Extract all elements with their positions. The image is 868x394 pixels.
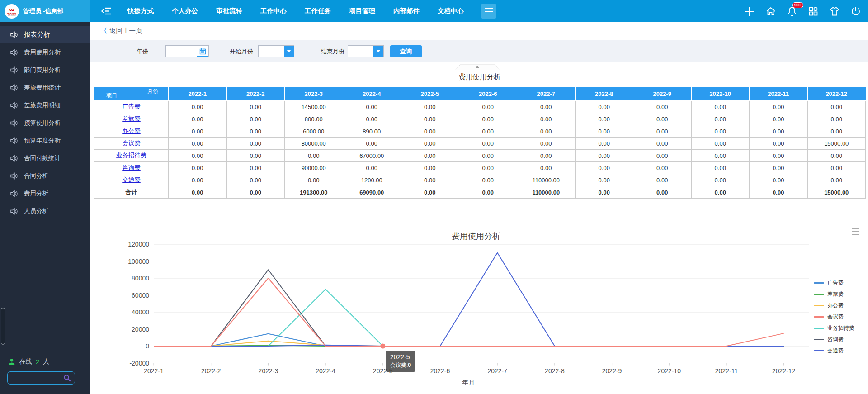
legend-swatch (814, 350, 824, 351)
online-label: 在线 (19, 357, 32, 366)
sidebar-item-报表分析[interactable]: 报表分析 (0, 26, 90, 43)
sidebar-item-费用使用分析[interactable]: 费用使用分析 (0, 43, 90, 61)
x-tick-label: 2022-12 (772, 367, 796, 375)
year-input[interactable] (166, 46, 197, 57)
legend-swatch (814, 328, 824, 329)
query-bar: 年份 开始月份 结束月份 查询 (90, 40, 868, 62)
fee-item-link[interactable]: 交通费 (122, 176, 141, 183)
top-menu-item[interactable]: 快捷方式 (118, 0, 163, 22)
fee-value-cell: 0.00 (285, 150, 343, 162)
back-label: 返回上一页 (109, 27, 142, 35)
sidebar-item-差旅费用明细[interactable]: 差旅费用明细 (0, 96, 90, 114)
sidebar-item-预算使用分析[interactable]: 预算使用分析 (0, 114, 90, 132)
more-menus-button[interactable] (481, 4, 496, 19)
fee-value-cell: 0.00 (633, 125, 692, 138)
fee-value-cell: 0.00 (807, 174, 866, 186)
line-chart[interactable]: 120000100000800006000040000200000-200002… (90, 221, 868, 394)
top-menu-item[interactable]: 审批流转 (207, 0, 251, 22)
dropdown-arrow-icon (284, 46, 294, 57)
sidebar-item-合同分析[interactable]: 合同分析 (0, 167, 90, 185)
fee-item-link[interactable]: 办公费 (122, 128, 141, 134)
apps-grid-icon[interactable] (807, 5, 819, 17)
sidebar-scrollbar[interactable] (1, 308, 5, 345)
fee-item-link[interactable]: 差旅费 (122, 115, 141, 122)
legend-item-业务招待费[interactable]: 业务招待费 (814, 323, 854, 334)
sidebar-item-差旅费用统计[interactable]: 差旅费用统计 (0, 79, 90, 96)
fee-value-cell: 0.00 (691, 162, 750, 174)
fee-item-cell: 交通费 (94, 174, 169, 186)
fee-item-link[interactable]: 广告费 (122, 103, 141, 110)
start-month-value (259, 46, 284, 57)
fee-value-cell: 0.00 (401, 125, 459, 138)
sidebar-item-label: 费用分析 (24, 190, 48, 198)
fee-value-cell: 0.00 (750, 125, 808, 138)
top-menu-item[interactable]: 内部邮件 (384, 0, 429, 22)
fee-value-cell: 0.00 (633, 101, 692, 113)
top-menu-item[interactable]: 文档中心 (429, 0, 473, 22)
sidebar-item-label: 合同付款统计 (24, 154, 61, 162)
top-menu-item[interactable]: 工作中心 (251, 0, 296, 22)
legend-item-差旅费[interactable]: 差旅费 (814, 289, 854, 300)
top-menu-item[interactable]: 个人办公 (163, 0, 207, 22)
legend-item-广告费[interactable]: 广告费 (814, 277, 854, 289)
top-menu-item[interactable]: 工作任务 (296, 0, 340, 22)
speaker-icon (10, 48, 18, 57)
fee-value-cell: 0.00 (226, 101, 285, 113)
logo-glyph: ∞ (9, 6, 14, 13)
add-icon[interactable] (744, 5, 755, 17)
table-row: 交通费0.000.000.001200.000.000.00110000.000… (94, 174, 866, 186)
total-value-cell: 15000.00 (807, 186, 866, 199)
fee-value-cell: 0.00 (226, 174, 285, 186)
series-line-交通费[interactable] (154, 253, 784, 346)
series-line-广告费[interactable] (154, 334, 784, 346)
fee-value-cell: 0.00 (169, 138, 227, 150)
legend-item-办公费[interactable]: 办公费 (814, 300, 854, 311)
sidebar-item-人员分析[interactable]: 人员分析 (0, 202, 90, 220)
legend-swatch (814, 282, 824, 284)
notification-badge: 99+ (792, 2, 803, 9)
speaker-icon (10, 172, 18, 180)
sidebar-item-部门费用分析[interactable]: 部门费用分析 (0, 61, 90, 79)
fee-value-cell: 0.00 (517, 162, 576, 174)
start-month-select[interactable] (258, 45, 294, 57)
corner-item-label: 项目 (106, 92, 117, 100)
home-icon[interactable] (765, 5, 777, 17)
query-button[interactable]: 查询 (390, 45, 422, 57)
sidebar-item-label: 人员分析 (24, 207, 48, 215)
sidebar-search (7, 371, 75, 385)
x-tick-label: 2022-2 (201, 367, 221, 375)
logout-power-icon[interactable] (850, 5, 862, 17)
collapse-panel-tab[interactable] (454, 63, 501, 69)
logo-area[interactable]: ∞ 华美动力 SPOWER 管理员 -信息部 (0, 0, 90, 22)
total-row: 合计0.000.00191300.0069090.000.000.0011000… (94, 186, 866, 199)
series-line-业务招待费[interactable] (154, 289, 784, 346)
fee-item-link[interactable]: 会议费 (122, 140, 141, 147)
fee-item-link[interactable]: 咨询费 (122, 164, 141, 171)
series-line-咨询费[interactable] (154, 270, 784, 346)
sidebar-item-合同付款统计[interactable]: 合同付款统计 (0, 149, 90, 167)
calendar-icon[interactable] (197, 46, 208, 57)
sidebar-menu: 报表分析费用使用分析部门费用分析差旅费用统计差旅费用明细预算使用分析预算年度分析… (0, 26, 90, 220)
legend-item-交通费[interactable]: 交通费 (814, 345, 854, 356)
fee-value-cell: 0.00 (169, 125, 227, 138)
fee-value-cell: 110000.00 (517, 174, 576, 186)
notifications-bell-icon[interactable]: 99+ (786, 5, 798, 17)
fee-item-link[interactable]: 业务招待费 (116, 152, 147, 159)
sidebar-item-预算年度分析[interactable]: 预算年度分析 (0, 132, 90, 149)
sidebar-search-input[interactable] (11, 375, 63, 381)
theme-shirt-icon[interactable] (829, 5, 840, 17)
end-month-select[interactable] (348, 45, 384, 57)
speaker-icon (10, 190, 18, 198)
fee-value-cell: 0.00 (575, 138, 633, 150)
sidebar-fold-icon[interactable] (100, 6, 112, 16)
sidebar-item-费用分析[interactable]: 费用分析 (0, 185, 90, 202)
search-icon[interactable] (63, 374, 71, 382)
fee-value-cell: 0.00 (691, 113, 750, 125)
speaker-icon (10, 84, 18, 92)
legend-item-咨询费[interactable]: 咨询费 (814, 334, 854, 345)
top-menu-item[interactable]: 项目管理 (340, 0, 384, 22)
back-link[interactable]: 〈 返回上一页 (100, 27, 142, 35)
legend-item-会议费[interactable]: 会议费 (814, 311, 854, 323)
back-chevron-icon: 〈 (100, 27, 107, 35)
month-column-header: 2022-7 (517, 87, 576, 101)
